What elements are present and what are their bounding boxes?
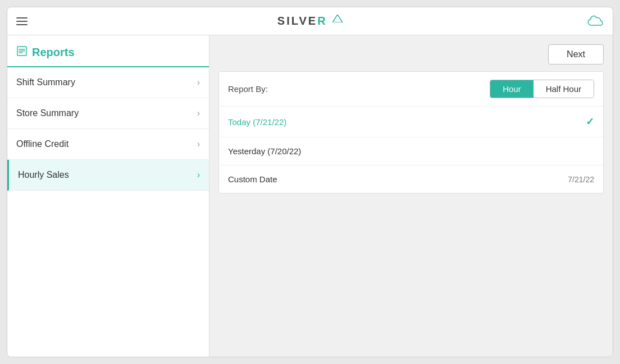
custom-date-value: 7/21/22 (568, 175, 594, 184)
date-label-today: Today (7/21/22) (228, 117, 286, 127)
sidebar-item-offline-credit[interactable]: Offline Credit › (7, 129, 209, 160)
app-title-text: SILVE (277, 15, 317, 27)
checkmark-icon: ✓ (586, 116, 594, 128)
sidebar-header: Reports (7, 35, 209, 67)
chevron-right-icon: › (197, 170, 200, 180)
sidebar: Reports Shift Summary › Store Summary › … (7, 35, 209, 357)
chevron-right-icon: › (197, 139, 200, 149)
sidebar-title: Reports (32, 46, 75, 59)
reports-icon (16, 45, 28, 59)
sidebar-item-label: Offline Credit (16, 139, 69, 149)
date-label-custom: Custom Date (228, 174, 277, 184)
next-btn-row: Next (218, 44, 604, 64)
date-option-custom[interactable]: Custom Date 7/21/22 (219, 165, 603, 193)
date-option-yesterday[interactable]: Yesterday (7/20/22) (219, 137, 603, 165)
report-by-label: Report By: (228, 84, 268, 94)
right-panel: Next Report By: Hour Half Hour Today (7/… (209, 35, 613, 357)
sidebar-item-label: Shift Summary (16, 77, 75, 87)
sidebar-item-label: Store Summary (16, 108, 79, 118)
report-card: Report By: Hour Half Hour Today (7/21/22… (218, 71, 604, 193)
sidebar-item-shift-summary[interactable]: Shift Summary › (7, 67, 209, 98)
main-area: Reports Shift Summary › Store Summary › … (7, 35, 613, 357)
app-frame: SILVER Reports (7, 7, 613, 357)
chevron-right-icon: › (197, 77, 200, 87)
toggle-hour-button[interactable]: Hour (490, 80, 534, 98)
toggle-group: Hour Half Hour (490, 80, 594, 98)
app-title: SILVER (277, 15, 343, 27)
sidebar-item-store-summary[interactable]: Store Summary › (7, 98, 209, 129)
title-accent-icon (332, 15, 343, 22)
top-bar: SILVER (7, 7, 613, 35)
date-label-yesterday: Yesterday (7/20/22) (228, 146, 301, 156)
app-title-r: R (317, 15, 327, 27)
sidebar-item-hourly-sales[interactable]: Hourly Sales › (7, 160, 209, 191)
chevron-right-icon: › (197, 108, 200, 118)
next-button[interactable]: Next (548, 44, 604, 64)
date-option-today[interactable]: Today (7/21/22) ✓ (219, 107, 603, 137)
hamburger-icon[interactable] (16, 17, 28, 25)
sidebar-item-label: Hourly Sales (18, 170, 69, 180)
cloud-icon[interactable] (587, 15, 604, 27)
report-by-row: Report By: Hour Half Hour (219, 72, 603, 107)
toggle-half-hour-button[interactable]: Half Hour (534, 80, 594, 98)
